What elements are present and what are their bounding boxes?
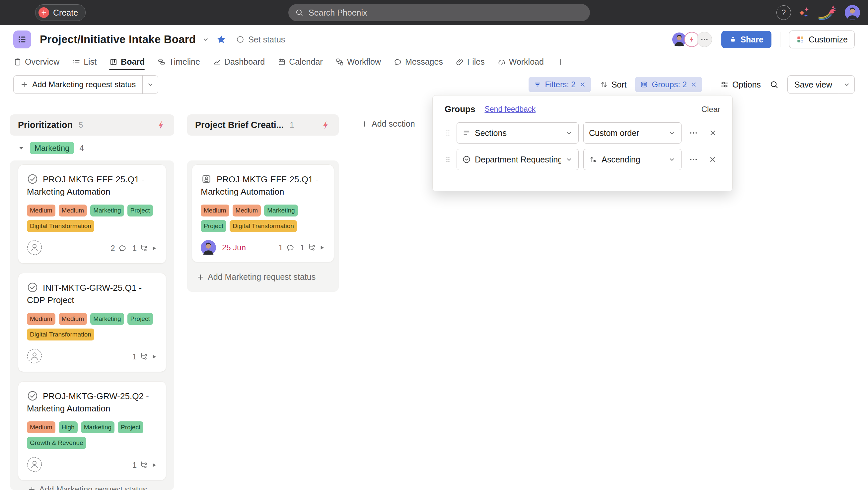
expand-subtasks-icon[interactable]	[151, 353, 157, 360]
unassigned-avatar-icon[interactable]	[27, 349, 42, 364]
sort-icon	[599, 80, 608, 89]
add-tab-button[interactable]	[556, 54, 565, 70]
subtask-icon	[140, 461, 148, 469]
tab-timeline[interactable]: Timeline	[157, 54, 200, 70]
column-header[interactable]: Prioritization 5	[10, 115, 174, 136]
favorite-star-icon[interactable]	[216, 34, 226, 44]
project-icon	[13, 31, 31, 48]
save-view-button[interactable]: Save view	[788, 75, 839, 94]
drag-handle-icon[interactable]	[444, 129, 452, 137]
tab-label: Workload	[509, 57, 544, 67]
check-circle-icon[interactable]	[27, 282, 38, 293]
check-circle-icon[interactable]	[27, 173, 38, 185]
help-button[interactable]: ?	[776, 5, 791, 20]
task-card[interactable]: PROJ-MKTG-GRW-25.Q2 - Marketing Automati…	[18, 381, 166, 480]
add-card-button[interactable]: Add Marketing request status	[28, 485, 147, 490]
column-header[interactable]: Project Brief Creati... 1	[187, 115, 339, 136]
title-chevron-down-icon[interactable]	[202, 35, 210, 43]
task-card[interactable]: PROJ-MKTG-EFF-25.Q1 - Marketing Automati…	[18, 164, 166, 264]
expand-subtasks-icon[interactable]	[151, 245, 157, 252]
save-view-split-button: Save view	[787, 75, 855, 94]
tab-label: Calendar	[289, 57, 322, 67]
collapse-triangle-icon[interactable]	[18, 145, 25, 152]
create-button-label: Create	[53, 8, 78, 18]
tab-dashboard[interactable]: Dashboard	[213, 54, 265, 70]
tab-list[interactable]: List	[72, 54, 97, 70]
set-status-button[interactable]: Set status	[236, 35, 285, 44]
add-status-dropdown-button[interactable]	[143, 75, 158, 94]
search-tasks-icon[interactable]	[770, 80, 779, 89]
column-title: Project Brief Creati...	[195, 120, 284, 130]
global-search[interactable]	[288, 4, 590, 21]
groups-pill[interactable]: Groups: 2	[635, 77, 702, 92]
tag: Project	[201, 220, 226, 232]
rules-bolt-icon[interactable]	[321, 120, 331, 130]
search-input[interactable]	[308, 8, 583, 18]
create-button[interactable]: Create	[35, 4, 86, 21]
add-card-button[interactable]: Add Marketing request status	[196, 272, 334, 282]
calendar-icon	[277, 58, 286, 66]
group-row-remove-button[interactable]	[705, 126, 720, 140]
group-field-select[interactable]: Department Requesting	[457, 149, 579, 170]
ai-sparkles-icon[interactable]	[798, 6, 811, 19]
remove-filters-icon[interactable]	[579, 81, 586, 88]
save-view-dropdown-button[interactable]	[839, 75, 855, 94]
user-avatar[interactable]	[845, 5, 860, 20]
tab-overview[interactable]: Overview	[13, 54, 59, 70]
task-card[interactable]: PROJ-MKTG-EFF-25.Q1 - Marketing Automati…	[192, 164, 334, 262]
filters-pill[interactable]: Filters: 2	[529, 77, 591, 92]
remove-groups-icon[interactable]	[690, 81, 697, 88]
tag: Project	[118, 421, 143, 433]
group-row-remove-button[interactable]	[705, 152, 720, 167]
add-section-label: Add section	[372, 119, 415, 129]
group-order-select[interactable]: Custom order	[583, 122, 682, 143]
add-section-button[interactable]: Add section	[360, 119, 415, 129]
plus-icon	[360, 120, 368, 128]
options-button[interactable]: Options	[720, 80, 761, 90]
send-feedback-link[interactable]: Send feedback	[485, 105, 535, 114]
check-circle-icon[interactable]	[27, 390, 38, 401]
rules-bolt-icon[interactable]	[156, 120, 166, 130]
column-count: 1	[290, 120, 294, 130]
clear-groups-button[interactable]: Clear	[702, 105, 720, 114]
plus-icon	[20, 80, 28, 89]
group-order-select[interactable]: Ascending	[583, 149, 682, 170]
tab-calendar[interactable]: Calendar	[277, 54, 322, 70]
card-footer: 25 Jun11	[201, 240, 325, 255]
chevron-down-icon	[146, 80, 154, 89]
group-rule-row: Department Requesting Ascending	[444, 149, 732, 170]
column-cards: PROJ-MKTG-EFF-25.Q1 - Marketing Automati…	[187, 160, 339, 292]
expand-subtasks-icon[interactable]	[151, 462, 157, 468]
phoenix-icon[interactable]	[817, 4, 838, 21]
tag: Marketing	[264, 204, 298, 217]
approval-icon[interactable]	[201, 173, 212, 185]
group-row-more-button[interactable]	[686, 152, 701, 167]
options-label: Options	[732, 80, 761, 90]
assignee-avatar[interactable]	[201, 240, 216, 255]
tab-files[interactable]: Files	[456, 54, 485, 70]
tab-board[interactable]: Board	[109, 54, 145, 70]
task-card[interactable]: INIT-MKTG-GRW-25.Q1 -CDP Project MediumM…	[18, 273, 166, 372]
add-status-button[interactable]: Add Marketing request status	[13, 75, 142, 94]
more-members-button[interactable]	[697, 32, 712, 47]
tab-workflow[interactable]: Workflow	[336, 54, 381, 70]
tab-workload[interactable]: Workload	[497, 54, 544, 70]
sort-button[interactable]: Sort	[599, 80, 627, 90]
tag: Medium	[27, 313, 55, 325]
overview-icon	[13, 58, 22, 66]
filter-icon	[533, 80, 541, 89]
tag: Medium	[27, 421, 55, 433]
chevron-down-icon	[668, 156, 676, 163]
unassigned-avatar-icon[interactable]	[27, 240, 42, 255]
expand-subtasks-icon[interactable]	[318, 244, 325, 251]
group-row-more-button[interactable]	[686, 126, 701, 140]
customize-button[interactable]: Customize	[789, 31, 855, 48]
group-field-select[interactable]: Sections	[457, 122, 579, 143]
unassigned-avatar-icon[interactable]	[27, 457, 42, 472]
group-header[interactable]: Marketing 4	[18, 142, 84, 154]
hamburger-menu-icon[interactable]	[12, 7, 24, 18]
tab-messages[interactable]: Messages	[394, 54, 443, 70]
drag-handle-icon[interactable]	[444, 156, 452, 163]
tag: Marketing	[81, 421, 115, 433]
share-button[interactable]: Share	[721, 31, 771, 48]
